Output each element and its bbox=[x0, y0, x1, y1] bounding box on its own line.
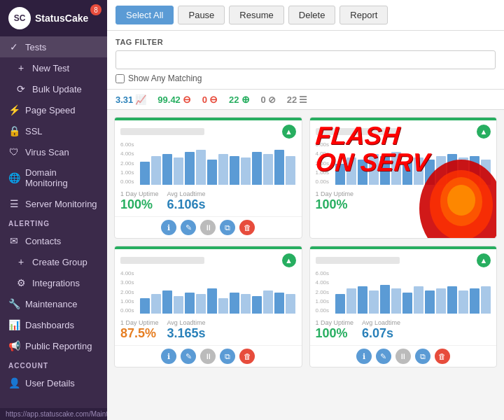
status-bar: https://app.statuscake.com/Maintenance.p… bbox=[0, 408, 107, 420]
sidebar-item-integrations[interactable]: ⚙ Integrations bbox=[0, 272, 107, 293]
chart-bar bbox=[358, 286, 368, 314]
sidebar-item-create-group[interactable]: + Create Group bbox=[0, 251, 107, 272]
card-title-blur-4 bbox=[316, 257, 400, 264]
chart-bar bbox=[274, 150, 284, 185]
select-all-button[interactable]: Select All bbox=[115, 6, 174, 24]
card-up-icon-4: ▲ bbox=[477, 253, 491, 267]
chart-bar bbox=[196, 150, 206, 185]
card-action-btn-copy-1[interactable]: ⧉ bbox=[220, 220, 235, 235]
card-action-btn-info-4[interactable]: ℹ bbox=[356, 349, 372, 364]
chart-bar bbox=[458, 158, 468, 185]
chart-bar bbox=[140, 162, 150, 185]
down-icon: ⊖ bbox=[209, 94, 218, 105]
report-button[interactable]: Report bbox=[340, 6, 388, 24]
sidebar-item-ssl[interactable]: 🔒 SSL bbox=[0, 120, 107, 141]
sidebar-item-user-details[interactable]: 👤 User Details bbox=[0, 372, 107, 393]
tag-filter-input[interactable] bbox=[115, 50, 496, 69]
sidebar-item-page-speed[interactable]: ⚡ Page Speed bbox=[0, 99, 107, 120]
chart-bar bbox=[151, 156, 161, 185]
resume-button[interactable]: Resume bbox=[229, 6, 284, 24]
chart-bar bbox=[252, 296, 262, 314]
sidebar-item-bulk-update[interactable]: ⟳ Bulk Update bbox=[0, 78, 107, 99]
card-action-btn-delete-4[interactable]: 🗑 bbox=[435, 349, 450, 364]
up-icon: ⊕ bbox=[241, 94, 250, 105]
card-action-btn-pause-3[interactable]: ⏸ bbox=[200, 349, 216, 364]
plus-circle-icon: + bbox=[15, 256, 27, 267]
sidebar: SC StatusCake 8 ✓ Tests + New Test ⟳ Bul… bbox=[0, 0, 107, 420]
card-action-btn-info-3[interactable]: ℹ bbox=[161, 349, 176, 364]
chart-bar bbox=[185, 152, 195, 185]
pause-button[interactable]: Pause bbox=[178, 6, 225, 24]
sidebar-item-maintenance[interactable]: 🔧 Maintenance bbox=[0, 293, 107, 314]
lock-icon: 🔒 bbox=[8, 125, 20, 136]
chart-y-labels-2: 6.00s 4.00s 2.00s 1.00s 0.00s bbox=[316, 141, 330, 185]
chart-bar bbox=[414, 158, 424, 185]
card-up-icon-3: ▲ bbox=[282, 253, 296, 267]
card-actions-3: ℹ ✎ ⏸ ⧉ 🗑 bbox=[115, 345, 302, 367]
check-icon: ✓ bbox=[8, 41, 20, 52]
card-footer-4: 1 Day Uptime 100% Avg Loadtime 6.07s bbox=[310, 316, 497, 345]
card-up-icon-2: ▲ bbox=[477, 125, 491, 139]
chart-bar bbox=[252, 152, 262, 185]
chart-bar bbox=[481, 286, 491, 314]
logo-icon: SC bbox=[8, 7, 31, 29]
card-header-1: ▲ bbox=[115, 120, 302, 139]
card-action-btn-pause-1[interactable]: ⏸ bbox=[200, 220, 216, 235]
card-actions-1: ℹ ✎ ⏸ ⧉ 🗑 bbox=[115, 216, 302, 238]
card-chart-1: 6.00s 4.00s 2.00s 1.00s 0.00s bbox=[115, 139, 302, 188]
sidebar-item-dashboards[interactable]: 📊 Dashboards bbox=[0, 314, 107, 335]
show-any-matching-checkbox[interactable] bbox=[115, 74, 125, 83]
sidebar-item-tests[interactable]: ✓ Tests bbox=[0, 36, 107, 57]
card-loadtime-stat-3: Avg Loadtime 3.165s bbox=[167, 319, 206, 341]
card-footer-2: 1 Day Uptime 100% bbox=[310, 188, 497, 216]
chart-bar bbox=[174, 296, 183, 314]
sidebar-item-domain-monitoring[interactable]: 🌐 Domain Monitoring bbox=[0, 162, 107, 193]
show-any-matching-label: Show Any Matching bbox=[128, 74, 202, 83]
card-action-btn-edit-3[interactable]: ✎ bbox=[181, 349, 196, 364]
card-action-btn-copy-3[interactable]: ⧉ bbox=[220, 349, 235, 364]
chart-bar bbox=[380, 285, 390, 314]
card-action-btn-edit-4[interactable]: ✎ bbox=[376, 349, 391, 364]
card-uptime-stat-3: 1 Day Uptime 87.5% bbox=[120, 319, 159, 341]
gear-icon: ⚙ bbox=[15, 277, 27, 288]
chart-bar bbox=[358, 160, 368, 185]
chart-bar bbox=[402, 162, 412, 185]
sidebar-logo: SC StatusCake 8 bbox=[0, 0, 107, 36]
card-action-btn-info-1[interactable]: ℹ bbox=[161, 220, 176, 235]
sidebar-item-contacts[interactable]: ✉ Contacts bbox=[0, 230, 107, 251]
mail-icon: ✉ bbox=[8, 235, 20, 246]
filter-checkbox-row: Show Any Matching bbox=[115, 74, 496, 83]
logo-text: StatusCake bbox=[35, 13, 88, 24]
chart-bar bbox=[470, 288, 479, 314]
account-header: ACCOUNT bbox=[0, 356, 107, 372]
chart-bar bbox=[207, 288, 217, 314]
chart-y-labels-4: 6.00s 4.00s 2.00s 1.00s 0.00s bbox=[316, 270, 330, 314]
card-action-btn-copy-4[interactable]: ⧉ bbox=[415, 349, 430, 364]
chart-bar bbox=[402, 293, 412, 314]
chart-bar bbox=[346, 288, 356, 314]
card-uptime-stat-2: 1 Day Uptime 100% bbox=[316, 190, 354, 212]
card-loadtime-stat-4: Avg Loadtime 6.07s bbox=[362, 319, 400, 341]
card-action-btn-edit-1[interactable]: ✎ bbox=[181, 220, 196, 235]
chart-bar bbox=[140, 298, 150, 314]
card-action-btn-pause-4[interactable]: ⏸ bbox=[396, 349, 411, 364]
monitor-card-4: ▲ 6.00s 4.00s 2.00s 1.00s 0.00s 1 Day Up… bbox=[309, 246, 498, 368]
sidebar-item-server-monitoring[interactable]: ☰ Server Monitoring bbox=[0, 193, 107, 214]
card-action-btn-delete-3[interactable]: 🗑 bbox=[239, 349, 255, 364]
sidebar-item-public-reporting[interactable]: 📢 Public Reporting bbox=[0, 335, 107, 356]
chart-bar bbox=[346, 158, 356, 185]
sidebar-item-new-test[interactable]: + New Test bbox=[0, 57, 107, 78]
chart-bar bbox=[447, 154, 457, 185]
card-action-btn-delete-1[interactable]: 🗑 bbox=[239, 220, 255, 235]
sidebar-item-virus-scan[interactable]: 🛡 Virus Scan bbox=[0, 141, 107, 162]
card-title-blur-1 bbox=[120, 128, 204, 135]
card-chart-4: 6.00s 4.00s 2.00s 1.00s 0.00s bbox=[310, 267, 497, 316]
delete-button[interactable]: Delete bbox=[288, 6, 336, 24]
chart-bar bbox=[230, 156, 239, 185]
chart-bar bbox=[436, 156, 446, 185]
card-header-2: ▲ bbox=[310, 120, 497, 139]
filter-title: TAG FILTER bbox=[115, 38, 496, 46]
chart-bar bbox=[369, 154, 379, 185]
chart-bar bbox=[481, 160, 491, 185]
wrench-icon: 🔧 bbox=[8, 298, 20, 309]
